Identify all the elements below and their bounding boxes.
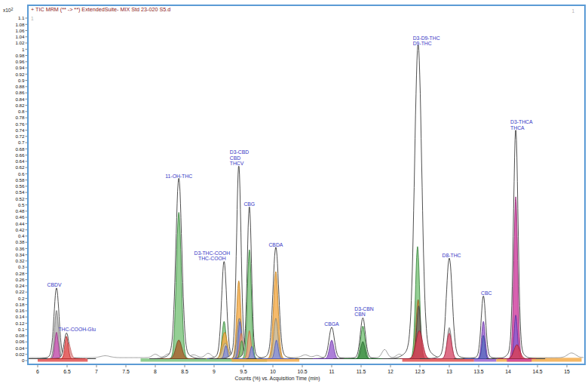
y-tick-label: 0.72 [15,134,25,139]
x-tick-label: 6.5 [63,369,71,374]
x-tick-label: 10.5 [297,369,307,374]
x-tick-label: 14.5 [532,369,542,374]
y-tick-label: 0.44 [15,221,25,226]
y-tick-label: 0.62 [15,164,25,170]
x-tick-label: 12.5 [415,369,424,374]
y-tick-label: 0.94 [15,65,25,70]
trace-title: + TIC MRM (** -> **) ExtendedSuite- MIX … [31,6,170,13]
y-tick-label: 0.36 [15,246,25,251]
peak-label: CBDV [47,282,62,287]
y-tick-label: 0.6 [18,171,25,177]
peak-cluster-cbc: CBC [454,290,513,359]
y-tick-label: 0.92 [15,72,25,77]
y-tick-label: 0.16 [15,308,25,313]
peak-label: CBDA [268,242,283,247]
baseline-trace [507,359,531,362]
y-tick-label: 0.28 [15,271,25,276]
peak-label: THC-COOH-Glu [58,327,96,332]
baseline-trace [231,359,299,362]
y-tick-label: 0.1 [18,327,25,332]
y-tick-label: 0.24 [15,283,25,288]
peak-label: D8-THC [443,253,461,258]
y-tick-label: 0.68 [15,146,25,152]
peak-label: 11-OH-THC [165,174,192,179]
y-tick-label: 0.98 [15,53,25,58]
subpeak-trace[interactable] [258,340,296,359]
y-tick-label: 0.66 [15,152,25,158]
y-axis-scale-label: x102 [3,7,13,14]
peak-cluster-cbdv: CBDV [27,282,86,358]
x-tick-label: 13 [446,369,452,374]
peak-cluster-d8-thc: D8-THC [420,253,479,359]
y-tick-label: 0 [22,358,25,363]
x-tick-label: 15 [564,369,570,374]
subpeak-trace[interactable] [160,340,198,359]
y-tick-label: 0.5 [18,202,25,207]
x-tick-label: 7 [95,369,98,374]
y-tick-label: 0.7 [18,140,25,145]
peak-cluster-d3-d9-thc: D3-D9-THCD9-THC [389,35,448,359]
y-tick-label: 0.78 [15,115,25,120]
subpeak-trace[interactable] [498,345,536,359]
y-tick-label: 0.3 [18,264,25,269]
y-tick-label: 0.38 [15,239,25,244]
subpeak-trace[interactable] [464,336,502,359]
peak-label: THC-COOH [198,256,226,261]
y-tick-label: 0.8 [18,109,25,114]
y-tick-label: 0.18 [15,302,25,307]
y-tick-label: 0.32 [15,258,25,263]
x-axis-title: Counts (%) vs. Acquisition Time (min) [235,376,320,382]
y-tick-label: 1 [22,47,25,52]
peak-label: THCA [510,125,525,131]
y-tick-label: 0.42 [15,227,25,232]
y-tick-label: 0.12 [15,321,25,326]
peak-label: CBN [354,312,365,317]
y-tick-label: 0.48 [15,208,25,213]
y-tick-label: 0.02 [15,352,25,357]
x-tick-label: 13.5 [473,369,483,374]
peak-cluster-cbda: CBDA [247,242,305,359]
y-tick-label: 0.96 [15,59,25,64]
y-tick-label: 0.46 [15,214,25,220]
subpeak-trace[interactable] [430,333,468,359]
tic-baseline [29,349,583,358]
y-tick-label: 0.22 [15,289,25,294]
y-tick-label: 0.14 [15,314,25,319]
y-tick-label: 0.76 [15,121,25,127]
y-tick-label: 0.52 [15,196,25,201]
y-tick-label: 0.58 [15,177,25,183]
trace-number-left: 1 [31,16,34,21]
y-tick-label: 0.88 [15,84,25,89]
x-tick-label: 8 [154,369,157,374]
x-tick-label: 14 [505,369,511,374]
x-tick-label: 11.5 [357,369,366,374]
x-tick-label: 10 [270,369,276,374]
subpeak-trace[interactable] [160,213,198,359]
y-tick-label: 0.54 [15,189,25,195]
baseline-trace [474,359,497,362]
y-tick-label: 1.1 [18,15,25,20]
x-tick-label: 12 [387,369,394,374]
trace-number-right: 1 [571,8,574,14]
peak-cluster-cbga: CBGA [302,321,361,359]
plot-frame [28,5,585,364]
y-tick-label: 0.4 [18,233,25,238]
y-tick-label: 0.04 [15,345,25,351]
y-tick-label: 0.26 [15,277,25,282]
y-tick-label: 1.06 [15,28,25,33]
x-tick-label: 9 [213,369,216,374]
peak-label: D3-D9-THC [413,35,440,41]
subpeak-trace[interactable] [344,342,381,359]
x-tick-label: 8.5 [181,369,188,374]
peak-label: D3-THCA [510,119,533,124]
y-tick-label: 0.82 [15,103,25,108]
peak-label: CBD [230,155,240,161]
chromatogram-plot[interactable]: CBDVTHC-COOH-Glu11-OH-THCD3-THC-COOHTHC-… [0,0,588,390]
peak-label: D3-THC-COOH [194,250,231,256]
peak-cluster-d3-thca: D3-THCATHCA [486,119,545,358]
y-tick-label: 0.06 [15,339,25,344]
peak-label: D3-CBD [230,149,249,155]
peak-label: THCV [230,161,244,166]
peak-label: CBGA [324,321,339,327]
x-tick-label: 6 [36,369,39,374]
